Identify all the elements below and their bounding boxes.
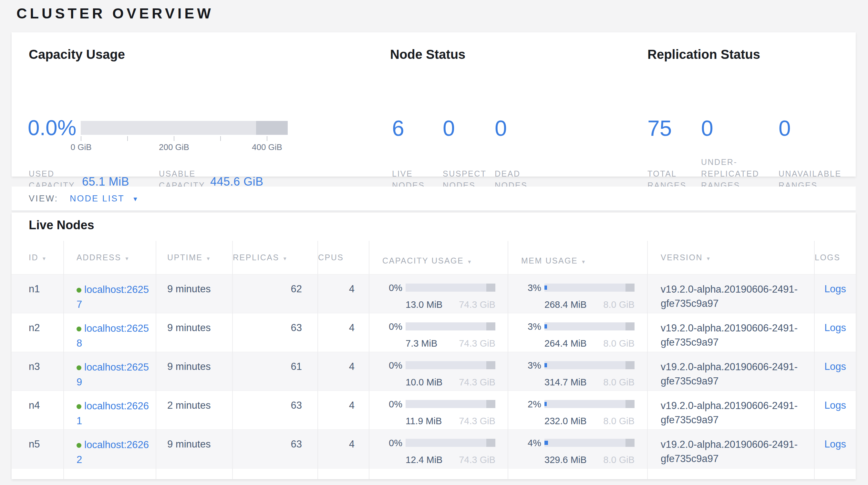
axis-tick-label: 0 GiB: [62, 142, 100, 152]
capacity-bar-dark-segment: [486, 361, 495, 369]
live-status-icon: [76, 365, 82, 370]
node-cpus-cell: 4: [318, 352, 369, 391]
mem-total-value: 8.0 GiB: [603, 453, 634, 466]
node-version-cell: v19.2.0-alpha.20190606-2491-gfe735c9a97: [647, 274, 814, 313]
node-address-cell: localhost:26258: [64, 313, 156, 352]
mem-used-value: 264.4 MiB: [545, 337, 587, 350]
axis-tick: [267, 136, 268, 141]
capacity-total-value: 74.3 GiB: [459, 337, 495, 350]
capacity-used-value: 12.4 MiB: [406, 453, 442, 466]
live-nodes-card: Live Nodes ID▼ADDRESS▼UPTIME▼REPLICAS▼CP…: [11, 213, 856, 479]
column-header-id[interactable]: ID▼: [11, 241, 64, 274]
column-header-label: REPLICAS: [233, 253, 279, 262]
logs-link[interactable]: Logs: [825, 361, 846, 372]
node-address-link[interactable]: localhost:26259: [76, 362, 149, 388]
node-id-cell: n1: [11, 274, 64, 313]
node-id-cell: n2: [11, 313, 64, 352]
table-row: n5 localhost:26262 9 minutes 63 4 0% 12.…: [11, 429, 856, 468]
mem-bar-dark-segment: [625, 322, 634, 331]
sort-arrow-icon: ▼: [283, 256, 288, 261]
mem-total-value: 8.0 GiB: [603, 298, 634, 311]
node-address-link[interactable]: localhost:26261: [76, 400, 149, 426]
logs-link[interactable]: Logs: [825, 400, 846, 411]
table-row-partial: [11, 468, 856, 479]
sort-arrow-icon: ▼: [706, 256, 711, 261]
logs-link[interactable]: Logs: [825, 438, 846, 450]
node-logs-cell: Logs: [814, 274, 856, 313]
logs-link[interactable]: Logs: [825, 283, 846, 294]
view-dropdown[interactable]: NODE LIST: [70, 194, 125, 204]
capacity-percent: 0%: [382, 397, 402, 411]
node-cpus-cell: 4: [318, 313, 369, 352]
mem-bar: [545, 322, 634, 331]
mem-used-value: 314.7 MiB: [545, 375, 587, 389]
column-header-capacity[interactable]: CAPACITY USAGE▼: [369, 241, 508, 274]
column-header-uptime[interactable]: UPTIME▼: [156, 241, 232, 274]
node-mem-usage-cell: 3% 268.4 MiB 8.0 GiB: [508, 274, 647, 313]
suspect-nodes-count: 0: [443, 117, 455, 139]
capacity-used-percent: 0.0%: [28, 117, 76, 138]
capacity-bar-dark-segment: [256, 121, 288, 135]
sort-arrow-icon: ▼: [581, 259, 586, 264]
mem-used-value: 232.0 MiB: [545, 414, 587, 428]
column-header-version[interactable]: VERSION▼: [647, 241, 814, 274]
node-uptime-cell: 2 minutes: [156, 391, 232, 429]
node-mem-usage-cell: 2% 232.0 MiB 8.0 GiB: [508, 391, 647, 429]
capacity-used-value: 13.0 MiB: [406, 298, 442, 311]
under-replicated-ranges-count: 0: [701, 117, 713, 139]
column-header-mem[interactable]: MEM USAGE▼: [508, 241, 647, 274]
node-mem-usage-cell: 3% 314.7 MiB 8.0 GiB: [508, 352, 647, 391]
capacity-used-value: 10.0 MiB: [406, 375, 442, 389]
axis-tick-label: 200 GiB: [155, 142, 193, 152]
node-address-link[interactable]: localhost:26262: [76, 439, 149, 465]
mem-bar: [545, 361, 634, 369]
axis-tick: [174, 136, 175, 141]
column-header-address[interactable]: ADDRESS▼: [64, 241, 156, 274]
mem-percent: 3%: [521, 320, 541, 333]
node-address-cell: localhost:26257: [64, 274, 156, 313]
column-header-label: LOGS: [815, 253, 840, 262]
node-logs-cell: Logs: [814, 391, 856, 429]
capacity-total-value: 74.3 GiB: [459, 375, 495, 389]
node-mem-usage-cell: 4% 329.6 MiB 8.0 GiB: [508, 429, 647, 468]
under-replicated-ranges-label: UNDER- REPLICATED RANGES: [701, 156, 759, 191]
node-capacity-usage-cell: 0% 7.3 MiB 74.3 GiB: [369, 313, 508, 352]
mem-bar-dark-segment: [625, 361, 634, 369]
axis-tick: [81, 136, 82, 141]
column-header-replicas[interactable]: REPLICAS▼: [232, 241, 318, 274]
node-cpus-cell: 4: [318, 274, 369, 313]
logs-link[interactable]: Logs: [825, 322, 846, 333]
node-id-cell: n4: [11, 391, 64, 429]
mem-percent: 3%: [521, 281, 541, 294]
node-address-link[interactable]: localhost:26257: [76, 284, 149, 310]
sort-arrow-icon: ▼: [467, 259, 472, 264]
mem-total-value: 8.0 GiB: [603, 337, 634, 350]
node-capacity-usage-cell: 0% 13.0 MiB 74.3 GiB: [369, 274, 508, 313]
node-address-link[interactable]: localhost:26258: [76, 323, 149, 349]
node-replicas-cell: 63: [232, 313, 318, 352]
capacity-used-value: 11.9 MiB: [406, 414, 442, 428]
capacity-usage-bar: [81, 121, 288, 135]
chevron-down-icon[interactable]: ▼: [132, 196, 138, 203]
capacity-bar: [406, 439, 495, 447]
node-address-cell: localhost:26261: [64, 391, 156, 429]
capacity-percent: 0%: [382, 436, 402, 450]
mem-bar-dark-segment: [625, 439, 634, 447]
table-row: n2 localhost:26258 9 minutes 63 4 0% 7.3…: [11, 313, 856, 352]
node-uptime-cell: 9 minutes: [156, 274, 232, 313]
mem-bar: [545, 284, 634, 292]
capacity-bar: [406, 361, 495, 369]
mem-percent: 4%: [521, 436, 541, 450]
node-uptime-cell: 9 minutes: [156, 352, 232, 391]
mem-percent: 2%: [521, 397, 541, 411]
column-header-label: VERSION: [661, 253, 703, 262]
node-version-cell: v19.2.0-alpha.20190606-2491-gfe735c9a97: [647, 352, 814, 391]
mem-bar-fill: [545, 363, 547, 367]
replication-status-title: Replication Status: [647, 47, 760, 62]
mem-total-value: 8.0 GiB: [603, 375, 634, 389]
sort-arrow-icon: ▼: [42, 256, 47, 261]
capacity-bar-dark-segment: [486, 400, 495, 408]
node-uptime-cell: 9 minutes: [156, 313, 232, 352]
live-nodes-title: Live Nodes: [29, 217, 94, 233]
column-header-label: MEM USAGE: [521, 256, 578, 265]
